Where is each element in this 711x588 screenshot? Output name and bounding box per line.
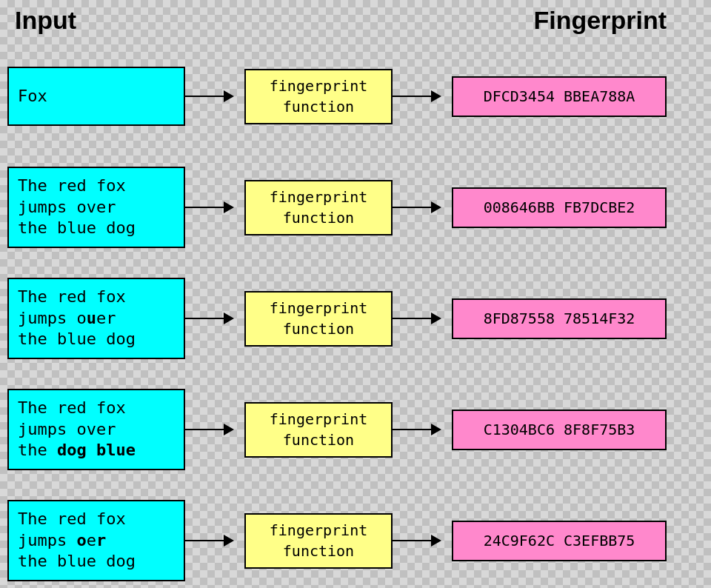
input-box-2: The red foxjumps overthe blue dog [7,167,185,248]
connector-3 [185,313,244,324]
line-3 [185,318,224,319]
line-out-3 [393,318,431,319]
arrowhead-5 [224,535,234,547]
connector-4 [185,424,244,435]
page: Input Fingerprint Fox fingerprintfunctio… [0,0,711,588]
input-text-1: Fox [18,86,47,107]
header-input-title: Input [15,6,76,35]
fp-box-1: fingerprintfunction [244,69,393,124]
line-2 [185,207,224,208]
connector-out-2 [393,201,452,213]
row-4: The red foxjumps overthe dog blue finger… [0,374,711,485]
connector-2 [185,201,244,213]
connector-out-1 [393,90,452,102]
input-text-3: The red foxjumps ouerthe blue dog [18,287,136,350]
arrowhead-1 [224,90,234,102]
fp-box-2: fingerprintfunction [244,180,393,235]
connector-out-3 [393,313,452,324]
input-text-2: The red foxjumps overthe blue dog [18,176,136,239]
input-box-1: Fox [7,67,185,126]
header-fingerprint-title: Fingerprint [534,6,667,35]
output-box-3: 8FD87558 78514F32 [452,298,667,339]
row-5: The red foxjumps oerthe blue dog fingerp… [0,485,711,588]
line-1 [185,96,224,97]
arrowhead-out-5 [431,535,441,547]
input-text-5: The red foxjumps oerthe blue dog [18,509,136,572]
fp-label-2: fingerprintfunction [270,187,367,228]
output-text-1: DFCD3454 BBEA788A [484,87,635,105]
arrowhead-out-4 [431,424,441,435]
fp-box-3: fingerprintfunction [244,291,393,347]
connector-5 [185,535,244,547]
fp-label-1: fingerprintfunction [270,76,367,117]
arrowhead-3 [224,313,234,324]
output-box-4: C1304BC6 8F8F75B3 [452,410,667,450]
input-box-3: The red foxjumps ouerthe blue dog [7,278,185,359]
line-4 [185,429,224,430]
connector-out-4 [393,424,452,435]
output-text-5: 24C9F62C C3EFBB75 [484,532,635,549]
output-text-2: 008646BB FB7DCBE2 [484,198,635,216]
output-box-2: 008646BB FB7DCBE2 [452,187,667,228]
connector-1 [185,90,244,102]
input-title: Input [15,6,76,34]
arrowhead-out-1 [431,90,441,102]
fp-label-5: fingerprintfunction [270,520,367,561]
line-out-4 [393,429,431,430]
fp-label-4: fingerprintfunction [270,409,367,450]
line-out-5 [393,540,431,541]
row-1: Fox fingerprintfunction DFCD3454 BBEA788… [0,41,711,152]
arrowhead-2 [224,201,234,213]
fp-label-3: fingerprintfunction [270,298,367,339]
output-box-1: DFCD3454 BBEA788A [452,76,667,117]
output-text-4: C1304BC6 8F8F75B3 [484,421,635,438]
input-box-4: The red foxjumps overthe dog blue [7,389,185,470]
arrowhead-out-2 [431,201,441,213]
arrowhead-out-3 [431,313,441,324]
output-text-3: 8FD87558 78514F32 [484,310,635,327]
fingerprint-title: Fingerprint [534,6,667,34]
line-out-1 [393,96,431,97]
input-text-4: The red foxjumps overthe dog blue [18,398,136,461]
arrowhead-4 [224,424,234,435]
fp-box-5: fingerprintfunction [244,513,393,569]
connector-out-5 [393,535,452,547]
input-box-5: The red foxjumps oerthe blue dog [7,500,185,581]
row-2: The red foxjumps overthe blue dog finger… [0,152,711,263]
header: Input Fingerprint [0,0,711,35]
line-5 [185,540,224,541]
row-3: The red foxjumps ouerthe blue dog finger… [0,263,711,374]
fp-box-4: fingerprintfunction [244,402,393,458]
line-out-2 [393,207,431,208]
output-box-5: 24C9F62C C3EFBB75 [452,521,667,561]
